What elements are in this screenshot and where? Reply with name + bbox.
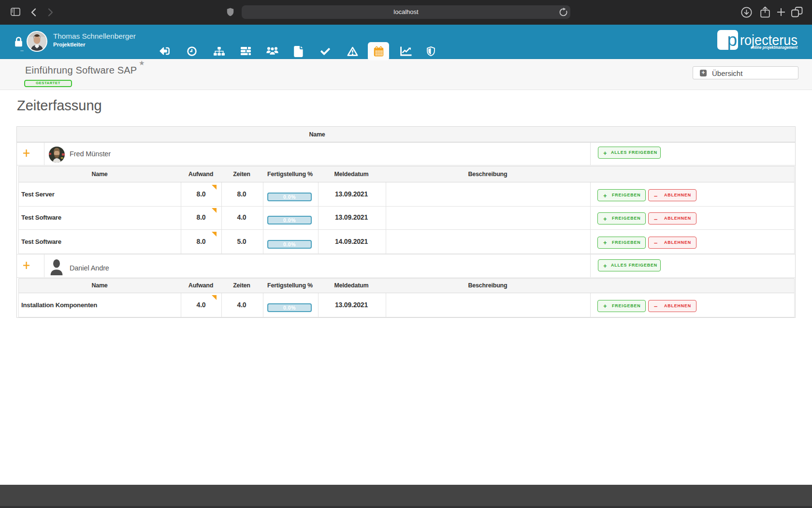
svg-text:online projektmanagement: online projektmanagement [751,45,798,50]
svg-text:p: p [727,30,738,50]
